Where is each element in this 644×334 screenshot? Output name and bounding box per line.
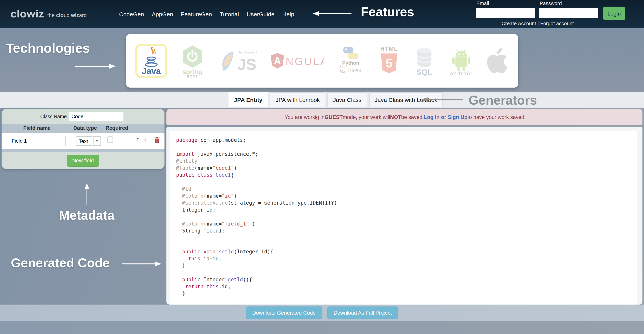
tab-jpa-with-lombok[interactable]: JPA with Lombok — [270, 92, 325, 107]
jsf-logo-icon: JavaServer Faces JSF — [218, 48, 257, 73]
sql-logo-icon: SQL — [414, 45, 435, 76]
row-divider — [2, 149, 164, 152]
nav-menu: CodeGen AppGen FeatureGen Tutorial UserG… — [119, 0, 294, 28]
metadata-up-arrow-icon — [84, 183, 90, 205]
tab-jpa-entity[interactable]: JPA Entity — [228, 92, 268, 107]
data-type-select[interactable]: Text ▼ — [76, 136, 101, 146]
column-required: Required — [106, 125, 128, 131]
technologies-right-arrow-icon — [75, 64, 116, 69]
generated-code-right-arrow-icon — [122, 261, 162, 267]
svg-text:A: A — [274, 55, 281, 66]
move-up-icon[interactable]: ↑ — [136, 136, 140, 143]
html5-logo-icon: HTML 5 — [378, 46, 401, 76]
svg-text:spring: spring — [182, 68, 203, 75]
password-field[interactable] — [539, 8, 598, 18]
android-logo-icon: android — [448, 46, 474, 76]
guest-mode-banner: You are workig in GUEST mode, your work … — [166, 109, 642, 125]
svg-text:android: android — [450, 71, 472, 76]
features-left-arrow-icon — [313, 11, 352, 16]
move-down-icon[interactable]: ↓ — [144, 136, 147, 143]
auth-area: Email Password Login Create Account | Fo… — [474, 0, 641, 28]
svg-text:NGULAR: NGULAR — [286, 55, 324, 67]
nav-item-help[interactable]: Help — [282, 11, 294, 17]
technologies-annotation: Technologies — [6, 41, 90, 56]
svg-text:HTML: HTML — [380, 46, 398, 52]
page: clowiz the cloud wizard CodeGen AppGen F… — [0, 0, 644, 334]
tech-icon-angular[interactable]: A NGULAR — [270, 52, 324, 69]
tech-icon-apple[interactable] — [487, 47, 509, 74]
class-name-row: Class Name — [2, 109, 164, 124]
fields-table-header: Field name Data type Required — [2, 124, 164, 133]
metadata-panel: Class Name Field name Data type Required… — [2, 109, 164, 169]
nav-item-userguide[interactable]: UserGuide — [247, 11, 274, 17]
technologies-card: Java spring BOOT JavaServer Faces — [126, 34, 518, 88]
generator-tabs: JPA Entity JPA with Lombok Java Class Ja… — [228, 92, 443, 107]
generators-strip: JPA Entity JPA with Lombok Java Class Ja… — [0, 92, 644, 108]
tech-icon-java[interactable]: Java — [136, 44, 167, 78]
password-label: Password — [540, 0, 562, 6]
generators-left-arrow-icon — [421, 97, 463, 102]
field-name-input[interactable] — [9, 136, 66, 146]
generated-code: package com.app.models; import javax.per… — [170, 131, 638, 305]
brand-logo[interactable]: clowiz the cloud wizard — [10, 0, 87, 28]
login-signup-link[interactable]: Log In or Sign Up — [424, 114, 468, 120]
generated-code-panel: package com.app.models; import javax.per… — [166, 127, 642, 305]
svg-text:Java: Java — [142, 66, 161, 76]
tech-icon-jsf[interactable]: JavaServer Faces JSF — [218, 48, 257, 73]
nav-item-tutorial[interactable]: Tutorial — [220, 11, 239, 17]
tech-icon-sql[interactable]: SQL — [414, 45, 435, 76]
angular-logo-icon: A NGULAR — [270, 52, 324, 69]
svg-text:JSF: JSF — [238, 56, 257, 73]
download-bar: Download Generated Code Download As Full… — [0, 305, 644, 321]
tech-icon-python-flask[interactable]: Python Flask — [337, 45, 364, 76]
technologies-band: Technologies Java — [0, 29, 644, 92]
email-field[interactable] — [476, 8, 535, 18]
svg-text:SQL: SQL — [416, 68, 432, 76]
tab-java-class[interactable]: Java Class — [328, 92, 367, 107]
navbar: clowiz the cloud wizard CodeGen AppGen F… — [0, 0, 644, 28]
features-annotation: Features — [361, 5, 414, 19]
metadata-footer: New field — [2, 152, 164, 169]
svg-text:5: 5 — [386, 56, 392, 70]
download-generated-code-button[interactable]: Download Generated Code — [246, 306, 322, 319]
tech-icon-spring-boot[interactable]: spring BOOT — [180, 44, 205, 78]
apple-logo-icon — [487, 47, 509, 74]
svg-text:JavaServer Faces: JavaServer Faces — [238, 51, 257, 54]
java-logo-icon: Java — [141, 46, 162, 76]
tech-icon-html5[interactable]: HTML 5 — [378, 46, 401, 76]
svg-text:Flask: Flask — [348, 66, 361, 73]
python-flask-logo-icon: Python Flask — [337, 45, 364, 76]
new-field-button[interactable]: New field — [67, 155, 99, 167]
spring-boot-logo-icon: spring BOOT — [180, 44, 205, 78]
required-checkbox[interactable] — [107, 136, 113, 143]
column-data-type: Data type — [73, 125, 97, 131]
column-field-name: Field name — [23, 125, 51, 131]
nav-item-codegen[interactable]: CodeGen — [119, 11, 144, 17]
chevron-down-icon[interactable]: ▼ — [93, 136, 101, 146]
account-links[interactable]: Create Account | Forgot account — [476, 20, 600, 26]
brand-name: clowiz — [10, 8, 44, 20]
metadata-annotation: Metadata — [59, 208, 114, 223]
class-name-input[interactable] — [69, 112, 124, 121]
svg-text:Python: Python — [342, 60, 359, 66]
login-button[interactable]: Login — [603, 6, 626, 20]
generators-annotation: Generators — [469, 93, 537, 108]
delete-field-icon[interactable] — [154, 137, 160, 143]
footer-band — [0, 321, 644, 334]
tech-icon-android[interactable]: android — [448, 46, 474, 76]
main-content: Class Name Field name Data type Required… — [0, 108, 644, 305]
svg-text:BOOT: BOOT — [187, 75, 198, 78]
class-name-label: Class Name — [2, 114, 67, 119]
email-label: Email — [476, 0, 489, 6]
download-full-project-button[interactable]: Download As Full Project — [328, 306, 398, 319]
nav-item-featuregen[interactable]: FeatureGen — [181, 11, 212, 17]
generated-code-annotation: Generated Code — [11, 256, 110, 270]
nav-item-appgen[interactable]: AppGen — [152, 11, 173, 17]
data-type-value: Text — [76, 136, 92, 146]
field-row: Text ▼ ↑ ↓ — [2, 133, 164, 149]
brand-tagline: the cloud wizard — [47, 12, 87, 18]
